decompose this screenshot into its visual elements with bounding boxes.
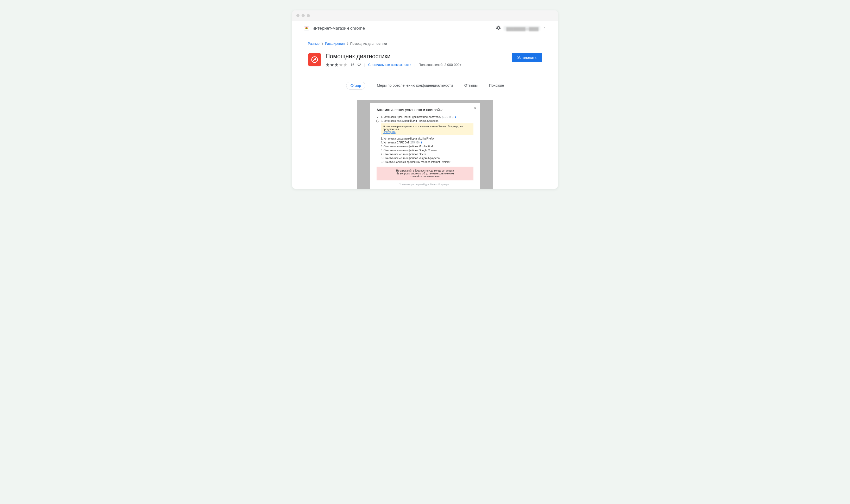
chevron-right-icon: ❯	[347, 42, 349, 45]
divider: |	[364, 63, 365, 67]
tab-reviews[interactable]: Отзывы	[464, 82, 478, 90]
divider: |	[414, 63, 415, 67]
screenshot-modal: × Автоматическая установка и настройка ✓…	[370, 103, 480, 189]
step-text: 1. Установка Диаг.Плагин для всех пользо…	[381, 115, 441, 119]
svg-point-2	[315, 58, 316, 60]
step-item: 7. Очистка временных файлов Opera	[376, 153, 474, 156]
rating-stars[interactable]	[325, 63, 348, 67]
download-icon: ⬇	[454, 115, 456, 119]
step-item: 2. Установка расширений для Яндекс.Брауз…	[376, 120, 474, 122]
spinner-icon	[376, 120, 379, 123]
window-control-close[interactable]	[296, 14, 300, 17]
extension-screenshot: × Автоматическая установка и настройка ✓…	[357, 100, 493, 189]
rating-count: 16	[351, 63, 354, 67]
modal-title: Автоматическая установка и настройка	[376, 108, 474, 112]
users-count: Пользователей: 2 000 000+	[419, 63, 461, 67]
window-control-zoom[interactable]	[307, 14, 310, 17]
step-item: 9. Очистка Cookies и временных файлов In…	[376, 161, 474, 163]
breadcrumb: Разные ❯ Расширения ❯ Помощник диагности…	[308, 42, 542, 46]
chevron-right-icon: ❯	[321, 42, 323, 45]
extension-name: Помощник диагностики	[325, 53, 461, 60]
step-size: (275 КБ)	[410, 141, 420, 144]
step-item: ✓ 1. Установка Диаг.Плагин для всех поль…	[376, 115, 474, 119]
user-email-chip[interactable]: ████████@████	[503, 26, 540, 31]
step-item: 6. Очистка временных файлов Google Chrom…	[376, 149, 474, 152]
step-text: 2. Установка расширений для Яндекс.Брауз…	[381, 120, 439, 122]
tab-overview[interactable]: Обзор	[346, 82, 365, 90]
step-item: 8. Очистка временных файлов Яндекс.Брауз…	[376, 157, 474, 160]
step-text: 4. Установка CAPICOM	[381, 141, 409, 144]
modal-footer-status: Установка расширений для Яндекс.Браузера…	[376, 183, 474, 186]
extension-subline: 16 | Специальные возможности | Пользоват…	[325, 62, 461, 67]
store-header: интернет-магазин chrome ████████@████	[292, 21, 558, 36]
check-icon: ✓	[376, 116, 379, 119]
install-steps-list-cont: 3. Установка расширений для Mozilla Fire…	[376, 137, 474, 163]
breadcrumb-root[interactable]: Разные	[308, 42, 320, 46]
window-control-minimize[interactable]	[302, 14, 305, 17]
chevron-down-icon[interactable]	[543, 26, 546, 31]
browser-window: интернет-магазин chrome ████████@████ Ра…	[292, 11, 558, 189]
extension-info: Помощник диагностики 16	[308, 53, 461, 67]
step-item: 4. Установка CAPICOM (275 КБ) ⬇	[376, 141, 474, 144]
download-icon: ⬇	[420, 141, 422, 144]
tab-privacy[interactable]: Меры по обеспечению конфиденциальности	[377, 82, 453, 90]
page-content: Разные ❯ Расширения ❯ Помощник диагности…	[292, 36, 558, 189]
svg-point-5	[359, 64, 359, 64]
extension-header: Помощник диагностики 16	[308, 53, 542, 67]
alert-line: отвечайте положительно	[379, 175, 471, 178]
alert-line: Не закрывайте Диагностику до конца устан…	[379, 169, 471, 172]
step-item: 5. Очистка временных файлов Mozilla Fire…	[376, 145, 474, 148]
gear-icon[interactable]	[496, 25, 501, 32]
alert-line: На вопросы системы об установке компонен…	[379, 172, 471, 175]
extension-meta: Помощник диагностики 16	[325, 53, 461, 67]
step-item: 3. Установка расширений для Mozilla Fire…	[376, 137, 474, 140]
step-size: (2.76 МБ)	[442, 115, 454, 119]
install-steps-list: ✓ 1. Установка Диаг.Плагин для всех поль…	[376, 115, 474, 122]
store-title: интернет-магазин chrome	[313, 26, 365, 31]
window-titlebar	[292, 11, 558, 21]
warning-text: Установите расширения в открывшемся окне…	[383, 125, 463, 131]
install-button[interactable]: Установить	[512, 53, 542, 62]
breadcrumb-section[interactable]: Расширения	[325, 42, 345, 46]
tabs: Обзор Меры по обеспечению конфиденциальн…	[308, 82, 542, 90]
warning-box: Установите расширения в открывшемся окне…	[381, 123, 474, 135]
store-brand[interactable]: интернет-магазин chrome	[304, 25, 365, 31]
chrome-store-logo-icon	[304, 25, 309, 31]
retry-link: Повторить	[383, 131, 395, 133]
info-icon[interactable]	[357, 62, 361, 67]
store-actions: ████████@████	[496, 25, 546, 32]
alert-box: Не закрывайте Диагностику до конца устан…	[376, 167, 474, 180]
category-link[interactable]: Специальные возможности	[368, 63, 411, 67]
breadcrumb-current: Помощник диагностики	[350, 42, 387, 46]
tab-related[interactable]: Похожие	[489, 82, 504, 90]
extension-icon	[308, 53, 321, 66]
divider-line	[308, 75, 542, 75]
close-icon: ×	[474, 106, 476, 110]
